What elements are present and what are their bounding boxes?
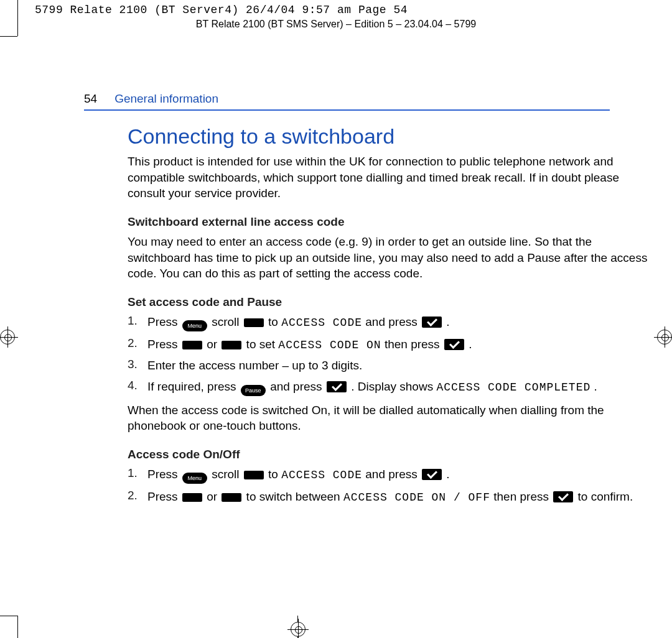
step-number: 4. <box>128 379 141 396</box>
scroll-key-icon <box>244 318 264 327</box>
text: then press <box>385 338 443 351</box>
crop-mark <box>17 0 18 36</box>
step-item: 1. Press Menu scroll to ACCESS CODE and … <box>128 466 653 484</box>
text: scroll <box>212 315 243 328</box>
running-header: 54 General information <box>84 92 666 106</box>
subhead-onoff: Access code On/Off <box>128 448 653 461</box>
ok-key-icon <box>422 469 442 480</box>
step-item: 3. Enter the access number – up to 3 dig… <box>128 358 653 374</box>
page-number: 54 <box>84 92 97 106</box>
header-rule <box>84 109 610 111</box>
display-text: ACCESS CODE COMPLETED <box>436 381 590 394</box>
display-text: ACCESS CODE ON <box>278 339 381 351</box>
text: Press <box>147 468 181 481</box>
step-item: 2. Press or to switch between ACCESS COD… <box>128 489 653 505</box>
scroll-key-icon <box>244 471 264 479</box>
text: and press <box>365 315 421 328</box>
section-name: General information <box>114 92 218 106</box>
step-item: 4. If required, press Pause and press . … <box>128 379 653 396</box>
text: If required, press <box>147 380 240 393</box>
ok-key-icon <box>422 317 442 328</box>
steps-access-code-onoff: 1. Press Menu scroll to ACCESS CODE and … <box>128 466 653 505</box>
menu-key-icon: Menu <box>182 473 207 484</box>
crop-mark <box>17 616 18 638</box>
paragraph: You may need to enter an access code (e.… <box>128 234 653 282</box>
menu-key-icon: Menu <box>182 320 207 331</box>
text: to switch between <box>246 490 343 503</box>
registration-mark-icon <box>0 330 15 344</box>
step-item: 2. Press or to set ACCESS CODE ON then p… <box>128 336 653 353</box>
text: to set <box>246 338 279 351</box>
step-number: 2. <box>128 336 141 353</box>
display-text: ACCESS CODE <box>281 317 362 329</box>
text: . <box>469 338 472 351</box>
scroll-key-icon <box>222 341 241 349</box>
text: . <box>446 315 449 328</box>
text: Enter the access number – up to 3 digits… <box>147 358 362 374</box>
text: to <box>268 315 281 328</box>
scroll-key-icon <box>182 493 202 502</box>
scroll-key-icon <box>222 493 241 502</box>
display-text: ACCESS CODE ON / OFF <box>343 491 490 504</box>
page-title: Connecting to a switchboard <box>128 124 653 149</box>
step-item: 1. Press Menu scroll to ACCESS CODE and … <box>128 314 653 331</box>
text: Press <box>147 338 181 351</box>
crop-mark <box>0 616 17 616</box>
text: or <box>207 490 220 503</box>
ok-key-icon <box>444 339 464 350</box>
page-body: 54 General information Connecting to a s… <box>19 36 666 626</box>
print-slug: 5799 Relate 2100 (BT Server4) 26/4/04 9:… <box>0 0 672 17</box>
step-number: 2. <box>128 489 141 505</box>
text: or <box>207 338 220 351</box>
crop-mark <box>0 36 17 37</box>
text: scroll <box>212 468 243 481</box>
step-number: 1. <box>128 466 141 484</box>
edition-line: BT Relate 2100 (BT SMS Server) – Edition… <box>0 17 672 35</box>
text: Press <box>147 315 181 328</box>
text: . <box>594 380 597 393</box>
text: and press <box>365 468 421 481</box>
ok-key-icon <box>327 381 347 392</box>
step-number: 1. <box>128 314 141 331</box>
steps-set-access-code: 1. Press Menu scroll to ACCESS CODE and … <box>128 314 653 396</box>
text: . <box>446 468 449 481</box>
text: then press <box>493 490 552 503</box>
text: Press <box>147 490 181 503</box>
text: . Display shows <box>351 380 436 393</box>
subhead-access-code: Switchboard external line access code <box>128 215 653 229</box>
subhead-set-code: Set access code and Pause <box>128 295 653 309</box>
display-text: ACCESS CODE <box>281 469 362 481</box>
step-number: 3. <box>128 358 141 374</box>
paragraph: When the access code is switched On, it … <box>128 402 653 434</box>
content-column: Connecting to a switchboard This product… <box>128 124 653 505</box>
pause-key-icon: Pause <box>241 385 266 396</box>
scroll-key-icon <box>182 341 202 349</box>
text: to <box>268 468 281 481</box>
text: to confirm. <box>578 490 633 503</box>
ok-key-icon <box>553 491 573 502</box>
intro-paragraph: This product is intended for use within … <box>128 154 653 201</box>
text: and press <box>270 380 325 393</box>
